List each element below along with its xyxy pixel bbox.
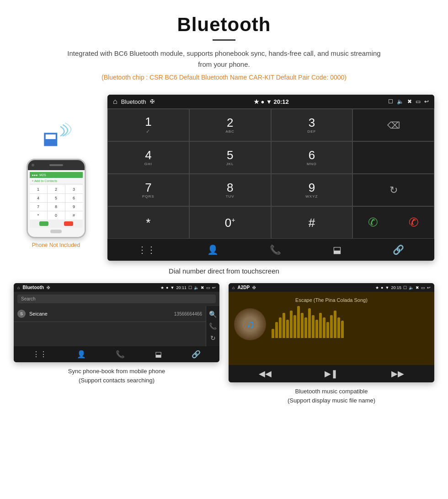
time-display: 20:12 xyxy=(273,98,288,105)
pb-call-icon[interactable]: 📞 xyxy=(209,322,217,330)
music-note-icon: ♫ xyxy=(246,318,254,331)
pb-link-icon[interactable]: 🔗 xyxy=(192,350,201,359)
phonebook-caption-text: Sync phone-book from mobile phone (Suppo… xyxy=(68,368,165,384)
eq-bar xyxy=(315,320,318,338)
next-track-icon[interactable]: ▶▶ xyxy=(391,369,404,379)
phone-home-btn xyxy=(50,230,62,233)
page-header: Bluetooth Integrated with BC6 Bluetooth … xyxy=(0,0,448,95)
eq-bar xyxy=(326,322,329,338)
music-title: A2DP xyxy=(237,285,250,290)
dial-key-star[interactable]: * xyxy=(107,206,189,239)
phonebook-caption: Sync phone-book from mobile phone (Suppo… xyxy=(68,367,165,385)
play-pause-icon[interactable]: ▶❚ xyxy=(325,369,338,379)
phone-add-contact-label: + Add to Contacts xyxy=(30,178,83,184)
eq-bar xyxy=(304,317,307,338)
music-song-title: Escape (The Pina Colada Song) xyxy=(295,297,368,303)
main-content: ⬓ ●●● M2S + Add to Contacts 1 xyxy=(0,95,448,261)
call-action-cells: ✆ ✆ xyxy=(352,206,434,239)
eq-bar xyxy=(334,311,336,338)
music-cam-icon: ☐ xyxy=(403,285,407,290)
refresh-cell[interactable]: ↻ xyxy=(352,174,434,206)
pb-bt-icon: ★ xyxy=(160,285,164,290)
phone-key-hash: # xyxy=(65,211,83,220)
dial-key-8[interactable]: 8 TUV xyxy=(189,174,271,206)
dial-key-9[interactable]: 9 WXYZ xyxy=(271,174,353,206)
dial-key-2[interactable]: 2 ABC xyxy=(189,109,271,141)
pb-win-icon: ▭ xyxy=(206,285,210,290)
phone-header-bar: ●●● M2S xyxy=(30,172,83,178)
phonebook-panel: ⌂ Bluetooth ✠ ★ ● ▼ 20:11 ☐ 🔈 ✖ ▭ ↩ xyxy=(14,283,219,405)
volume-icon: 🔈 xyxy=(397,98,404,105)
music-caption-text: Bluetooth music compatible (Support disp… xyxy=(288,388,375,404)
title-divider xyxy=(213,39,235,41)
signal-icon: ▼ xyxy=(266,98,272,105)
pb-title: Bluetooth xyxy=(22,285,44,290)
dial-key-3[interactable]: 3 DEF xyxy=(271,109,353,141)
close-icon: ✖ xyxy=(407,98,412,105)
pb-back-icon: ↩ xyxy=(212,285,216,290)
dial-key-4[interactable]: 4 GHI xyxy=(107,141,189,174)
dial-key-1[interactable]: 1 ✓ xyxy=(107,109,189,141)
eq-bar xyxy=(337,317,340,338)
phone-camera xyxy=(32,164,34,166)
eq-bar xyxy=(286,320,289,338)
back-icon: ↩ xyxy=(424,98,429,105)
phone-speaker xyxy=(49,164,63,166)
dial-key-6[interactable]: 6 MNO xyxy=(271,141,353,174)
eq-bar xyxy=(297,306,300,338)
car-dialer-screen: ⌂ Bluetooth ✠ ★ ● ▼ 20:12 ☐ 🔈 ✖ ▭ ↩ 1 xyxy=(107,95,434,261)
backspace-cell[interactable]: ⌫ xyxy=(352,109,434,141)
usb-icon: ✠ xyxy=(150,98,155,105)
prev-track-icon[interactable]: ◀◀ xyxy=(259,369,272,379)
pb-sync-icon[interactable]: ↻ xyxy=(209,334,217,342)
call-green-icon[interactable]: ✆ xyxy=(368,215,378,230)
phone-key-star: * xyxy=(30,211,47,220)
pb-grid-icon[interactable]: ⋮⋮ xyxy=(32,350,47,359)
link-icon[interactable]: 🔗 xyxy=(393,244,404,255)
pb-phone-icon[interactable]: 📞 xyxy=(116,350,125,359)
grid-icon[interactable]: ⋮⋮ xyxy=(138,244,156,255)
pb-vol-icon: 🔈 xyxy=(194,285,199,290)
music-usb-icon: ✠ xyxy=(252,285,256,290)
phone-key-1: 1 xyxy=(30,185,47,193)
music-controls: ◀◀ ▶❚ ▶▶ xyxy=(229,365,434,382)
pb-contacts-icon[interactable]: 👤 xyxy=(77,350,86,359)
phone-key-8: 8 xyxy=(48,203,65,211)
contact-avatar: S xyxy=(17,310,26,318)
phone-key-0: 0 xyxy=(48,211,65,220)
phone-mockup: ●●● M2S + Add to Contacts 1 2 3 4 5 6 7 … xyxy=(27,159,86,238)
window-icon: ▭ xyxy=(416,98,421,105)
music-vol-icon: 🔈 xyxy=(409,285,414,290)
phone-top-bar xyxy=(28,160,85,170)
music-main-area: Escape (The Pina Colada Song) ♫ xyxy=(229,292,434,365)
refresh-icon: ↻ xyxy=(389,184,398,196)
eq-bar xyxy=(279,317,282,338)
pb-contact-item[interactable]: S Seicane 13566664466 xyxy=(14,306,206,322)
eq-bar xyxy=(308,308,311,338)
signal-arcs-icon xyxy=(52,122,75,150)
pb-loc-icon: ● xyxy=(166,285,168,290)
phone-icon[interactable]: 📞 xyxy=(270,244,281,255)
dialer-status-bar: ⌂ Bluetooth ✠ ★ ● ▼ 20:12 ☐ 🔈 ✖ ▭ ↩ xyxy=(107,95,434,108)
dial-key-7[interactable]: 7 PQRS xyxy=(107,174,189,206)
pb-cam-icon: ☐ xyxy=(188,285,192,290)
eq-bar xyxy=(275,322,278,338)
dial-key-5[interactable]: 5 JKL xyxy=(189,141,271,174)
bluetooth-bottom-icon[interactable]: ⬓ xyxy=(333,244,341,255)
dial-key-hash[interactable]: # xyxy=(271,206,353,239)
call-red-icon[interactable]: ✆ xyxy=(409,215,419,230)
phone-call-btn xyxy=(39,221,48,226)
contacts-icon[interactable]: 👤 xyxy=(207,244,219,255)
pb-close-icon: ✖ xyxy=(201,285,204,290)
music-status-bar: ⌂ A2DP ✠ ★ ● ▼ 20:15 ☐ 🔈 ✖ ▭ ↩ xyxy=(229,283,434,292)
pb-search-bar[interactable]: Search xyxy=(17,295,216,303)
music-album-art: ♫ xyxy=(234,308,266,340)
contact-name: Seicane xyxy=(29,311,174,317)
eq-bar xyxy=(312,315,315,338)
eq-bar xyxy=(293,315,296,338)
phone-bottom-bar xyxy=(30,220,83,228)
phone-key-3: 3 xyxy=(65,185,83,193)
dial-key-0[interactable]: 0+ xyxy=(189,206,271,239)
pb-bluetooth-icon[interactable]: ⬓ xyxy=(155,350,162,359)
pb-search-icon[interactable]: 🔍 xyxy=(209,311,217,318)
